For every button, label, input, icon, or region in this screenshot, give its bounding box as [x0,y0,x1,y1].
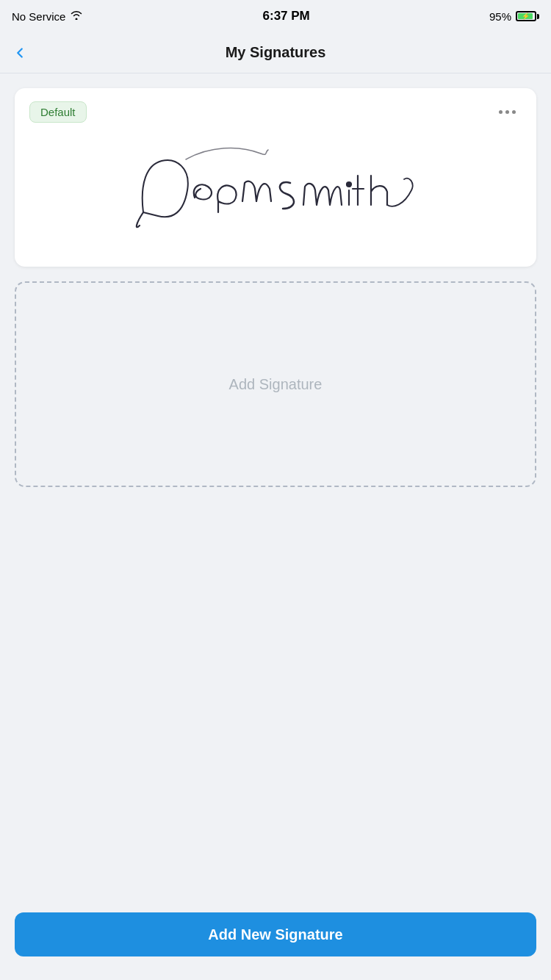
add-new-signature-button[interactable]: Add New Signature [15,912,536,956]
add-signature-box[interactable]: Add Signature [15,281,536,487]
dot-3 [512,110,516,114]
wifi-icon [70,10,83,23]
add-signature-label: Add Signature [229,376,323,393]
signature-svg [121,139,430,242]
dot-2 [505,110,509,114]
signature-image-area [29,131,522,249]
battery-icon: ⚡ [516,11,539,21]
page-title: My Signatures [226,44,326,61]
signature-card: Default [15,88,536,267]
back-button[interactable] [12,45,28,61]
status-right: 95% ⚡ [489,10,539,23]
more-options-button[interactable] [493,107,522,117]
bottom-bar: Add New Signature [0,901,551,980]
card-header: Default [29,101,522,123]
status-bar: No Service 6:37 PM 95% ⚡ [0,0,551,32]
svg-point-0 [347,182,351,187]
dot-1 [499,110,503,114]
status-left: No Service [12,10,83,23]
battery-percent: 95% [489,10,511,23]
status-time: 6:37 PM [263,9,310,24]
default-badge: Default [29,101,87,123]
nav-bar: My Signatures [0,32,551,73]
main-content: Default [0,73,551,901]
no-service-text: No Service [12,10,65,23]
